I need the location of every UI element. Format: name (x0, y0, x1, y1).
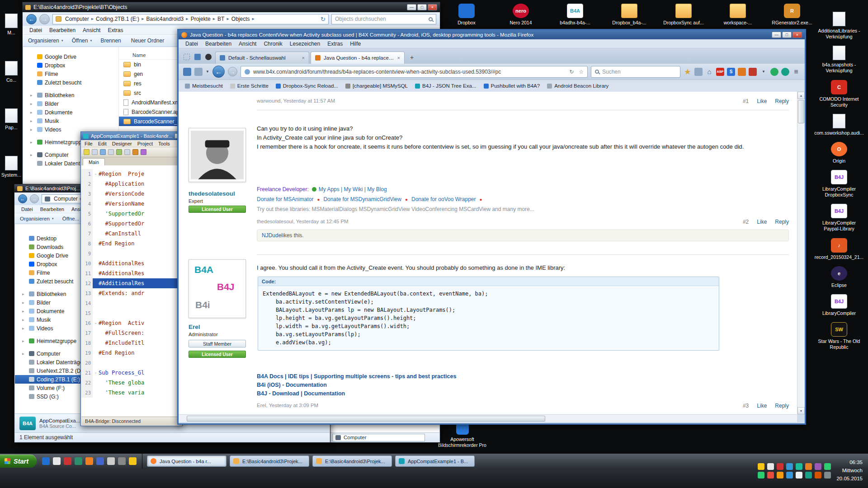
maximize-button[interactable]: □ (417, 4, 427, 10)
toolbar-addon-icon[interactable] (738, 68, 746, 76)
horizontal-scrollbar[interactable] (179, 414, 797, 422)
breadcrumb-segment[interactable]: Objects (230, 16, 252, 22)
back-button[interactable]: ← (26, 14, 37, 24)
desktop-icon[interactable]: b4a.snapshots - Verknüpfung (812, 46, 866, 74)
code-line[interactable]: 1 - #Region Proje (81, 169, 182, 179)
window-titlebar[interactable]: AppCompatExample1 - Basic4andr... × (81, 132, 182, 140)
desktop-icon[interactable]: ♪ record_20150324_21... (812, 238, 866, 260)
quick-launch-icon[interactable] (53, 457, 61, 465)
menu-item[interactable]: Extras (324, 40, 346, 47)
menu-item[interactable]: Edit (98, 141, 107, 146)
code-line[interactable]: 5 'SupportedOr (81, 209, 182, 219)
bookmark-item[interactable]: Pushbullet with B4A? (484, 83, 540, 89)
toolbar-button[interactable]: Neuer Ordner (131, 38, 166, 44)
minimize-button[interactable]: — (772, 32, 781, 38)
code-line[interactable]: 23 'These varia (81, 388, 182, 398)
code-line[interactable]: 7 #CanInstall (81, 229, 182, 239)
bookmark-item[interactable]: [chargeable] MSMySQL (345, 83, 408, 89)
quick-launch-icon[interactable] (75, 457, 82, 465)
signature-links[interactable]: My Apps | My Wiki | My Blog (319, 186, 387, 192)
expand-icon[interactable]: ▶ (30, 119, 35, 122)
bookmark-item[interactable]: Meistbesucht (185, 83, 223, 89)
toolbar-addon-icon[interactable]: S (727, 68, 735, 76)
code-line[interactable]: 20 (81, 358, 182, 368)
expand-icon[interactable]: ▶ (22, 310, 27, 313)
breadcrumb-segment[interactable]: Projekte (189, 16, 212, 22)
site-identity-icon[interactable] (245, 69, 250, 75)
code-line[interactable]: 19 #End Region (81, 348, 182, 358)
search-input[interactable]: Suchen (591, 66, 680, 78)
tab-main[interactable]: Main (83, 158, 105, 165)
code-line[interactable]: 10 #AdditionalRes (81, 258, 182, 268)
expand-icon[interactable]: ▶ (22, 339, 27, 343)
toolbar-addon-icon[interactable] (694, 68, 703, 76)
expand-icon[interactable]: ▶ (22, 327, 27, 330)
desktop-icon[interactable]: e Eclipse (812, 266, 866, 288)
breadcrumb-segment[interactable]: Coding.2TB.1 (E:) (94, 16, 141, 22)
desktop-icon[interactable]: Dropbox (441, 4, 492, 26)
browser-content[interactable]: warwound, Yesterday at 11:57 AM #1 Like … (179, 92, 797, 414)
tree-item[interactable]: Zuletzt besucht (23, 78, 118, 87)
tree-item[interactable]: ▶ Dokumente (23, 108, 118, 117)
taskbar-task-button[interactable]: E:\Basic4android3\Projek... (230, 455, 309, 467)
toolbar-icon[interactable] (124, 149, 130, 155)
like-link[interactable]: Like (757, 403, 767, 409)
expand-icon[interactable]: ▶ (30, 94, 35, 97)
breadcrumb-segment[interactable]: Computer (52, 196, 80, 202)
desktop-icon[interactable]: com.ssworkshop.audi... (812, 114, 866, 136)
toolbar-icon[interactable] (116, 149, 122, 155)
reload-icon[interactable]: ↻ (569, 69, 574, 75)
tab-groups-icon[interactable] (194, 68, 203, 76)
dropdown-arrow-icon[interactable]: ▼ (206, 70, 209, 74)
toolbar-button[interactable]: Organisieren▼ (20, 216, 54, 221)
desktop-icon[interactable]: C COMODO Internet Security (812, 80, 866, 108)
desktop-icon[interactable]: nero Nero 2014 (495, 4, 546, 26)
reply-link[interactable]: Reply (775, 403, 789, 409)
close-button[interactable]: × (793, 32, 802, 38)
donate-link[interactable]: Donate for MSDynamicGridView (323, 196, 411, 202)
post-number[interactable]: #2 (743, 219, 749, 225)
expand-icon[interactable]: ▶ (30, 128, 35, 131)
code-line[interactable]: 8 #End Region (81, 239, 182, 249)
forward-button[interactable]: → (30, 194, 39, 203)
toolbar-button[interactable]: Brennen (100, 38, 123, 44)
reply-link[interactable]: Reply (775, 98, 789, 104)
menu-item[interactable]: Chronik (260, 40, 285, 47)
tray-icon[interactable] (815, 472, 821, 479)
code-line[interactable]: 13 #Extends: andr (81, 288, 182, 298)
tray-icon[interactable] (767, 472, 774, 479)
tree-item[interactable]: Filme (23, 70, 118, 78)
toolbar-addon-icon[interactable]: ABP (716, 68, 724, 76)
new-tab-button[interactable]: + (406, 52, 418, 62)
signature-links[interactable]: B4A Docs | IDE tips | Supporting multipl… (257, 373, 456, 380)
tree-item[interactable]: ▶ Bibliotheken (23, 91, 118, 99)
expand-icon[interactable]: ▶ (22, 318, 27, 321)
back-button[interactable]: ← (18, 194, 27, 203)
tray-icon[interactable] (786, 472, 793, 479)
fold-marker[interactable]: - (93, 371, 99, 375)
pinned-tab[interactable] (181, 52, 192, 62)
scroll-up-arrow[interactable]: ▲ (797, 92, 805, 99)
taskbar-task-button[interactable]: Java Question - b4a r... (147, 455, 226, 467)
back-button[interactable]: ← (212, 66, 225, 78)
minimize-button[interactable]: — (407, 4, 416, 10)
expand-icon[interactable]: ▶ (30, 111, 35, 114)
scrollbar-thumb[interactable] (187, 416, 545, 422)
browser-tab[interactable]: Default - Schnellauswahl × (215, 52, 309, 64)
menu-item[interactable]: Datei (182, 40, 201, 47)
menu-item[interactable]: Datei (26, 27, 45, 34)
quick-launch-icon[interactable] (129, 457, 137, 465)
donate-link[interactable]: Donate for MSAnimator (257, 196, 323, 202)
username-link[interactable]: thedesolatesoul (189, 190, 235, 197)
toolbar-icon[interactable] (100, 149, 106, 155)
signature-links[interactable]: B4J - Download | Documentation (257, 390, 345, 397)
taskbar-task-button[interactable]: AppCompatExample1 - B... (395, 455, 475, 467)
menu-item[interactable]: Datei (18, 206, 36, 212)
post-number[interactable]: #3 (743, 403, 749, 409)
desktop-icon[interactable]: O Origin (812, 142, 866, 164)
menu-item[interactable]: Hilfe (347, 40, 364, 47)
quick-launch-icon[interactable] (96, 457, 104, 465)
toolbar-icon[interactable] (132, 149, 138, 155)
tray-icon[interactable] (777, 472, 783, 479)
code-line[interactable]: 4 #VersionName (81, 199, 182, 209)
